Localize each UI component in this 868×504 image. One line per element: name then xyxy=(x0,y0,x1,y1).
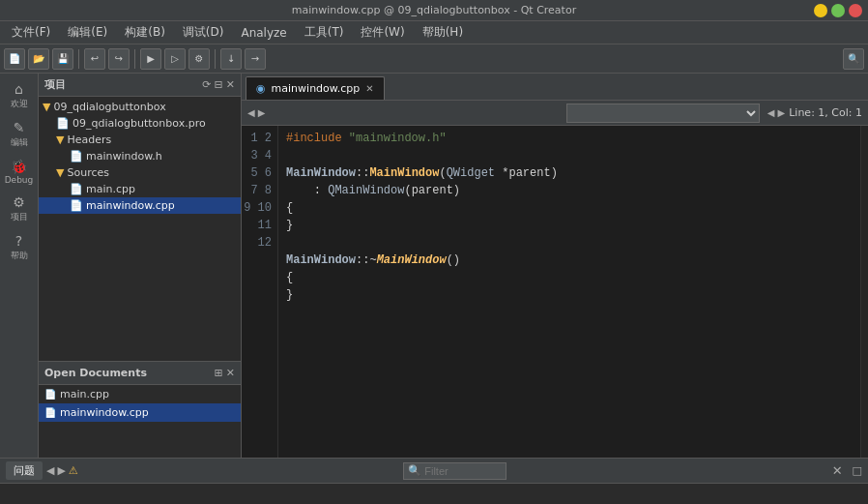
file-tree-controls: ⟳ ⊟ ✕ xyxy=(202,78,235,91)
sidebar-item-projects[interactable]: ⚙ 项目 xyxy=(2,191,37,227)
sidebar-item-help[interactable]: ? 帮助 xyxy=(2,229,37,266)
doc-icon-1: 📄 xyxy=(44,407,56,418)
sidebar-item-debug[interactable]: 🐞 Debug xyxy=(2,155,37,189)
sidebar-help-label: 帮助 xyxy=(11,250,28,262)
issues-nav-forward[interactable]: ▶ xyxy=(57,464,65,477)
line-numbers: 1 2 3 4 5 6 7 8 9 10 11 12 xyxy=(242,126,278,458)
file-tree-panel: 项目 ⟳ ⊟ ✕ ▼ 09_qdialogbuttonbox📄 09_qdial… xyxy=(39,74,242,458)
issues-controls: ◀ ▶ ⚠ xyxy=(46,464,78,477)
issues-panel: 问题 ◀ ▶ ⚠ 🔍 ✕ □ xyxy=(0,458,868,504)
tree-item-5[interactable]: 📄 main.cpp xyxy=(39,181,241,197)
minimize-button[interactable] xyxy=(814,4,827,17)
nav-forward[interactable]: ▶ xyxy=(258,107,266,118)
file-tree-sync[interactable]: ⟳ xyxy=(202,78,211,91)
open-docs-close[interactable]: ✕ xyxy=(226,367,235,379)
nav-back[interactable]: ◀ xyxy=(247,107,255,118)
toolbar-undo[interactable]: ↩ xyxy=(84,48,105,70)
menu-item-debug[interactable]: 调试(D) xyxy=(175,22,232,43)
code-editor[interactable]: 1 2 3 4 5 6 7 8 9 10 11 12 #include "mai… xyxy=(242,126,868,458)
toolbar-build[interactable]: ▶ xyxy=(140,48,161,70)
window-controls xyxy=(814,4,862,17)
toolbar-sep1 xyxy=(78,49,79,69)
edit-icon: ✎ xyxy=(14,120,25,135)
toolbar-step[interactable]: ↓ xyxy=(220,48,242,70)
issues-filter[interactable]: 🔍 xyxy=(403,462,506,480)
menu-item-edit[interactable]: 编辑(E) xyxy=(60,22,115,43)
editor-tab-mainwindow-cpp[interactable]: ◉ mainwindow.cpp ✕ xyxy=(246,76,385,100)
tab-close-button[interactable]: ✕ xyxy=(365,83,373,94)
menu-item-tools[interactable]: 工具(T) xyxy=(297,22,352,43)
open-docs-controls: ⊞ ✕ xyxy=(215,367,235,379)
toolbar-new[interactable]: 📄 xyxy=(4,48,25,70)
open-doc-mainwindow-cpp[interactable]: 📄mainwindow.cpp xyxy=(39,403,241,422)
help-icon: ? xyxy=(15,233,22,249)
tree-icon-5: 📄 xyxy=(70,183,83,195)
menu-item-file[interactable]: 文件(F) xyxy=(4,22,58,43)
editor-tab-label: mainwindow.cpp xyxy=(272,82,361,95)
issues-nav-back[interactable]: ◀ xyxy=(46,464,54,477)
toolbar-stepover[interactable]: → xyxy=(245,48,266,70)
toolbar-run[interactable]: ▷ xyxy=(164,48,186,70)
tree-item-3[interactable]: 📄 mainwindow.h xyxy=(39,148,241,164)
tab-file-icon: ◉ xyxy=(256,82,266,95)
tree-item-4[interactable]: ▼ Sources xyxy=(39,164,241,181)
menu-item-build[interactable]: 构建(B) xyxy=(117,22,173,43)
editor-toolbar: ◀ ▶ ◀ ▶ Line: 1, Col: 1 xyxy=(242,101,868,126)
sidebar-item-edit[interactable]: ✎ 编辑 xyxy=(2,116,37,153)
code-content[interactable]: #include "mainwindow.h" MainWindow::Main… xyxy=(278,126,860,458)
symbol-nav-back[interactable]: ◀ xyxy=(767,107,775,118)
title-bar: mainwindow.cpp @ 09_qdialogbuttonbox - Q… xyxy=(0,0,868,21)
toolbar-redo[interactable]: ↪ xyxy=(108,48,130,70)
toolbar-debug-run[interactable]: ⚙ xyxy=(188,48,210,70)
menu-item-help[interactable]: 帮助(H) xyxy=(415,22,471,43)
tree-icon-3: 📄 xyxy=(70,150,83,163)
sidebar-projects-label: 项目 xyxy=(11,211,28,223)
symbol-nav-forward[interactable]: ▶ xyxy=(778,107,786,118)
doc-label-0: main.cpp xyxy=(60,388,109,400)
menu-item-analyze[interactable]: Analyze xyxy=(233,24,294,42)
issues-warning-icon: ⚠ xyxy=(69,464,78,477)
toolbar: 📄 📂 💾 ↩ ↪ ▶ ▷ ⚙ ↓ → 🔍 xyxy=(0,44,868,74)
toolbar-save[interactable]: 💾 xyxy=(52,48,73,70)
editor-tabs: ◉ mainwindow.cpp ✕ xyxy=(242,74,868,101)
toolbar-search[interactable]: 🔍 xyxy=(843,48,864,70)
menu-item-controls[interactable]: 控件(W) xyxy=(353,22,412,43)
tree-item-6[interactable]: 📄 mainwindow.cpp xyxy=(39,197,241,214)
open-docs-pin[interactable]: ⊞ xyxy=(215,367,223,379)
filter-search-icon: 🔍 xyxy=(408,464,421,477)
symbol-selector[interactable] xyxy=(566,104,760,123)
close-button[interactable] xyxy=(849,4,862,17)
issues-maximize[interactable]: □ xyxy=(853,464,862,477)
issues-tabs: 问题 ◀ ▶ ⚠ 🔍 ✕ □ xyxy=(0,459,868,484)
tree-item-1[interactable]: 📄 09_qdialogbuttonbox.pro xyxy=(39,115,241,132)
issues-tab-issues[interactable]: 问题 xyxy=(6,461,43,480)
doc-label-1: mainwindow.cpp xyxy=(60,406,149,419)
file-tree-close[interactable]: ✕ xyxy=(226,78,235,91)
tree-item-0[interactable]: ▼ 09_qdialogbuttonbox xyxy=(39,99,241,115)
issues-content xyxy=(0,484,868,504)
line-col-indicator: Line: 1, Col: 1 xyxy=(789,106,862,119)
sidebar-debug-label: Debug xyxy=(5,175,34,185)
file-tree-collapse[interactable]: ⊟ xyxy=(215,78,223,91)
filter-input[interactable] xyxy=(424,465,502,477)
tree-label-6: mainwindow.cpp xyxy=(86,199,175,212)
welcome-icon: ⌂ xyxy=(14,81,23,97)
open-docs-list: 📄main.cpp📄mainwindow.cpp xyxy=(39,385,241,422)
editor-area: ◉ mainwindow.cpp ✕ ◀ ▶ ◀ ▶ Line: 1, Col:… xyxy=(242,74,868,458)
tree-icon-2: ▼ xyxy=(56,133,64,146)
file-tree: ▼ 09_qdialogbuttonbox📄 09_qdialogbuttonb… xyxy=(39,97,241,361)
maximize-button[interactable] xyxy=(831,4,845,17)
open-doc-main-cpp[interactable]: 📄main.cpp xyxy=(39,385,241,403)
toolbar-open[interactable]: 📂 xyxy=(28,48,49,70)
sidebar-edit-label: 编辑 xyxy=(11,136,28,149)
tree-item-2[interactable]: ▼ Headers xyxy=(39,132,241,148)
debug-icon: 🐞 xyxy=(11,159,27,174)
sidebar-item-welcome[interactable]: ⌂ 欢迎 xyxy=(2,77,37,114)
file-tree-title: 项目 xyxy=(44,77,198,92)
tree-icon-0: ▼ xyxy=(43,101,50,113)
main-area: ⌂ 欢迎 ✎ 编辑 🐞 Debug ⚙ 项目 ? 帮助 项目 ⟳ ⊟ ✕ xyxy=(0,74,868,458)
sidebar-welcome-label: 欢迎 xyxy=(11,98,28,110)
issues-panel-close[interactable]: ✕ xyxy=(828,463,847,478)
toolbar-sep2 xyxy=(134,49,135,69)
tree-label-2: Headers xyxy=(67,133,111,146)
